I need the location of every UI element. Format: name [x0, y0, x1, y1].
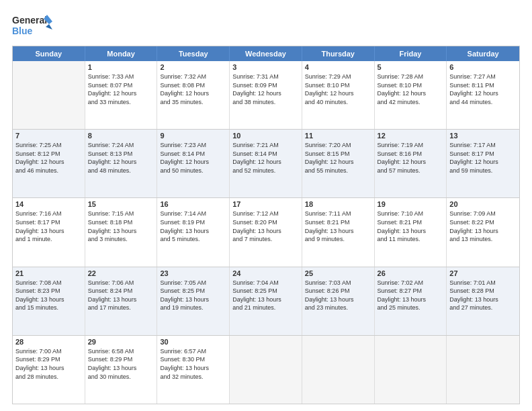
cell-text: Sunrise: 7:03 AMSunset: 8:26 PMDaylight:… — [305, 279, 371, 312]
cell-text: Sunrise: 7:14 AMSunset: 8:19 PMDaylight:… — [160, 210, 226, 243]
cell-text: Sunrise: 7:06 AMSunset: 8:24 PMDaylight:… — [88, 279, 154, 312]
calendar-cell: 1Sunrise: 7:33 AMSunset: 8:07 PMDaylight… — [85, 61, 158, 129]
day-number: 30 — [160, 338, 226, 346]
calendar-cell: 29Sunrise: 6:58 AMSunset: 8:29 PMDayligh… — [85, 336, 158, 404]
day-number: 7 — [15, 132, 82, 140]
calendar-cell: 6Sunrise: 7:27 AMSunset: 8:11 PMDaylight… — [447, 61, 519, 129]
calendar-cell-empty — [230, 336, 302, 404]
calendar-cell: 15Sunrise: 7:15 AMSunset: 8:18 PMDayligh… — [85, 198, 158, 266]
calendar-cell: 14Sunrise: 7:16 AMSunset: 8:17 PMDayligh… — [13, 198, 85, 266]
calendar-cell: 17Sunrise: 7:12 AMSunset: 8:20 PMDayligh… — [230, 198, 302, 266]
day-number: 19 — [378, 200, 444, 208]
calendar-cell-empty — [375, 336, 447, 404]
day-number: 21 — [15, 269, 82, 277]
calendar-cell: 20Sunrise: 7:09 AMSunset: 8:22 PMDayligh… — [447, 198, 519, 266]
calendar-cell: 7Sunrise: 7:25 AMSunset: 8:12 PMDaylight… — [13, 130, 85, 197]
calendar-row: 1Sunrise: 7:33 AMSunset: 8:07 PMDaylight… — [13, 61, 519, 129]
day-number: 13 — [449, 132, 517, 140]
day-number: 20 — [449, 200, 517, 208]
svg-text:General: General — [12, 15, 47, 26]
header: GeneralBlue — [12, 12, 520, 39]
weekday-header: Sunday — [13, 46, 85, 61]
calendar-cell-empty — [302, 336, 375, 404]
calendar-cell-empty — [13, 61, 85, 129]
day-number: 1 — [88, 63, 154, 71]
day-number: 2 — [160, 63, 226, 71]
day-number: 23 — [160, 269, 226, 277]
day-number: 28 — [15, 338, 82, 346]
day-number: 24 — [232, 269, 299, 277]
cell-text: Sunrise: 7:32 AMSunset: 8:08 PMDaylight:… — [160, 73, 226, 106]
calendar-cell: 10Sunrise: 7:21 AMSunset: 8:14 PMDayligh… — [230, 130, 302, 197]
day-number: 5 — [378, 63, 444, 71]
weekday-header: Wednesday — [230, 46, 302, 61]
cell-text: Sunrise: 7:24 AMSunset: 8:13 PMDaylight:… — [88, 141, 154, 175]
cell-text: Sunrise: 7:15 AMSunset: 8:18 PMDaylight:… — [88, 210, 154, 243]
svg-text:Blue: Blue — [12, 26, 33, 36]
cell-text: Sunrise: 7:21 AMSunset: 8:14 PMDaylight:… — [232, 141, 299, 175]
day-number: 22 — [88, 269, 154, 277]
day-number: 15 — [88, 200, 154, 208]
cell-text: Sunrise: 6:58 AMSunset: 8:29 PMDaylight:… — [88, 347, 154, 381]
weekday-header: Tuesday — [157, 46, 230, 61]
calendar-cell: 5Sunrise: 7:28 AMSunset: 8:10 PMDaylight… — [375, 61, 447, 129]
calendar-cell: 4Sunrise: 7:29 AMSunset: 8:10 PMDaylight… — [302, 61, 375, 129]
day-number: 11 — [305, 132, 371, 140]
day-number: 6 — [449, 63, 517, 71]
calendar-cell: 30Sunrise: 6:57 AMSunset: 8:30 PMDayligh… — [157, 336, 230, 404]
calendar-row: 21Sunrise: 7:08 AMSunset: 8:23 PMDayligh… — [13, 267, 519, 335]
calendar-cell: 8Sunrise: 7:24 AMSunset: 8:13 PMDaylight… — [85, 130, 158, 197]
cell-text: Sunrise: 7:02 AMSunset: 8:27 PMDaylight:… — [378, 279, 444, 312]
cell-text: Sunrise: 7:05 AMSunset: 8:25 PMDaylight:… — [160, 279, 226, 312]
cell-text: Sunrise: 7:12 AMSunset: 8:20 PMDaylight:… — [232, 210, 299, 243]
calendar-cell: 13Sunrise: 7:17 AMSunset: 8:17 PMDayligh… — [447, 130, 519, 197]
calendar-cell: 24Sunrise: 7:04 AMSunset: 8:25 PMDayligh… — [230, 267, 302, 335]
weekday-header: Thursday — [302, 46, 375, 61]
day-number: 17 — [232, 200, 299, 208]
cell-text: Sunrise: 7:09 AMSunset: 8:22 PMDaylight:… — [449, 210, 517, 243]
calendar-cell: 12Sunrise: 7:19 AMSunset: 8:16 PMDayligh… — [375, 130, 447, 197]
day-number: 26 — [378, 269, 444, 277]
day-number: 25 — [305, 269, 371, 277]
cell-text: Sunrise: 7:17 AMSunset: 8:17 PMDaylight:… — [449, 141, 517, 175]
day-number: 14 — [15, 200, 82, 208]
calendar-cell: 22Sunrise: 7:06 AMSunset: 8:24 PMDayligh… — [85, 267, 158, 335]
cell-text: Sunrise: 7:29 AMSunset: 8:10 PMDaylight:… — [305, 73, 371, 106]
day-number: 3 — [232, 63, 299, 71]
calendar-cell: 23Sunrise: 7:05 AMSunset: 8:25 PMDayligh… — [157, 267, 230, 335]
calendar-cell: 21Sunrise: 7:08 AMSunset: 8:23 PMDayligh… — [13, 267, 85, 335]
day-number: 8 — [88, 132, 154, 140]
day-number: 27 — [449, 269, 517, 277]
cell-text: Sunrise: 7:08 AMSunset: 8:23 PMDaylight:… — [15, 279, 82, 312]
day-number: 4 — [305, 63, 371, 71]
weekday-header: Saturday — [447, 46, 519, 61]
calendar-cell: 18Sunrise: 7:11 AMSunset: 8:21 PMDayligh… — [302, 198, 375, 266]
cell-text: Sunrise: 7:19 AMSunset: 8:16 PMDaylight:… — [378, 141, 444, 175]
calendar-cell: 3Sunrise: 7:31 AMSunset: 8:09 PMDaylight… — [230, 61, 302, 129]
cell-text: Sunrise: 7:16 AMSunset: 8:17 PMDaylight:… — [15, 210, 82, 243]
calendar-cell: 11Sunrise: 7:20 AMSunset: 8:15 PMDayligh… — [302, 130, 375, 197]
calendar-row: 14Sunrise: 7:16 AMSunset: 8:17 PMDayligh… — [13, 197, 519, 266]
cell-text: Sunrise: 7:01 AMSunset: 8:28 PMDaylight:… — [449, 279, 517, 312]
logo-svg: GeneralBlue — [12, 12, 52, 39]
day-number: 29 — [88, 338, 154, 346]
calendar-header: SundayMondayTuesdayWednesdayThursdayFrid… — [13, 46, 519, 61]
calendar-row: 7Sunrise: 7:25 AMSunset: 8:12 PMDaylight… — [13, 129, 519, 197]
cell-text: Sunrise: 7:28 AMSunset: 8:10 PMDaylight:… — [378, 73, 444, 106]
cell-text: Sunrise: 6:57 AMSunset: 8:30 PMDaylight:… — [160, 347, 226, 381]
day-number: 16 — [160, 200, 226, 208]
cell-text: Sunrise: 7:20 AMSunset: 8:15 PMDaylight:… — [305, 141, 371, 175]
cell-text: Sunrise: 7:10 AMSunset: 8:21 PMDaylight:… — [378, 210, 444, 243]
day-number: 18 — [305, 200, 371, 208]
cell-text: Sunrise: 7:25 AMSunset: 8:12 PMDaylight:… — [15, 141, 82, 175]
cell-text: Sunrise: 7:11 AMSunset: 8:21 PMDaylight:… — [305, 210, 371, 243]
page: GeneralBlue SundayMondayTuesdayWednesday… — [0, 0, 532, 411]
calendar-cell-empty — [447, 336, 519, 404]
cell-text: Sunrise: 7:00 AMSunset: 8:29 PMDaylight:… — [15, 347, 82, 381]
day-number: 10 — [232, 132, 299, 140]
cell-text: Sunrise: 7:27 AMSunset: 8:11 PMDaylight:… — [449, 73, 517, 106]
calendar-body: 1Sunrise: 7:33 AMSunset: 8:07 PMDaylight… — [13, 61, 519, 404]
calendar-cell: 19Sunrise: 7:10 AMSunset: 8:21 PMDayligh… — [375, 198, 447, 266]
calendar-cell: 28Sunrise: 7:00 AMSunset: 8:29 PMDayligh… — [13, 336, 85, 404]
cell-text: Sunrise: 7:04 AMSunset: 8:25 PMDaylight:… — [232, 279, 299, 312]
